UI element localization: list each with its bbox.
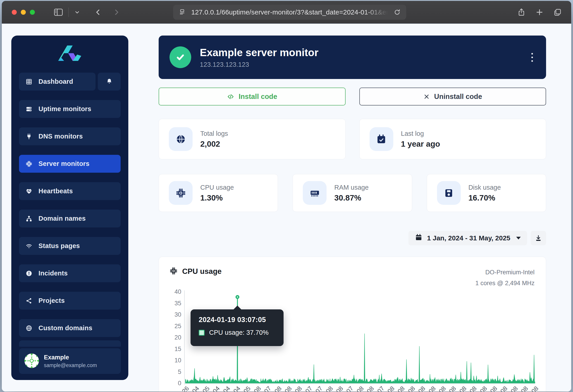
- disk-usage-icon: [437, 181, 461, 205]
- sidebar-item-hidden[interactable]: [19, 340, 121, 347]
- chart-tooltip: 2024-01-19 03:07:05 CPU usage: 37.70%: [191, 309, 284, 346]
- svg-text:30: 30: [175, 311, 181, 318]
- svg-text:20: 20: [175, 334, 181, 341]
- sidebar-item-label: Heartbeats: [38, 187, 73, 195]
- user-card[interactable]: Example sample@example.com: [19, 348, 121, 374]
- stat-value: 1.30%: [200, 193, 234, 202]
- svg-text:0: 0: [178, 380, 181, 387]
- browser-window: 127.0.0.1/66uptime/server-monitor/3?&sta…: [2, 1, 571, 392]
- stat-card-total-logs: Total logs 2,002: [159, 119, 346, 159]
- svg-text:10: 10: [175, 357, 181, 364]
- reload-icon[interactable]: [394, 9, 401, 16]
- stat-value: 16.70%: [468, 193, 501, 202]
- svg-text:5: 5: [178, 369, 181, 375]
- download-button[interactable]: [531, 231, 546, 245]
- kebab-menu-icon[interactable]: [529, 51, 535, 64]
- sidebar-item-dashboard[interactable]: Dashboard: [19, 73, 95, 90]
- date-range-picker[interactable]: 1 Jan, 2024 - 31 May, 2025: [409, 231, 527, 245]
- server-plan: DO-Premium-Intel: [475, 267, 535, 278]
- share-icon[interactable]: [517, 8, 525, 16]
- ram-usage-icon: [303, 181, 326, 205]
- stat-label: Last log: [401, 130, 440, 137]
- stat-card-ram-usage: RAM usage 30.87%: [293, 174, 412, 212]
- sidebar-item-label: Status pages: [38, 242, 80, 250]
- minimize-window-button[interactable]: [21, 10, 26, 15]
- svg-text:35: 35: [175, 300, 181, 307]
- server-icon: [25, 160, 33, 167]
- sidebar-item-label: DNS monitors: [38, 133, 83, 140]
- sidebar-item-heartbeats[interactable]: Heartbeats: [19, 182, 121, 200]
- tab-overview-icon[interactable]: [554, 8, 562, 16]
- series-swatch-icon: [199, 330, 205, 336]
- user-email: sample@example.com: [44, 362, 97, 369]
- sidebar-item-label: Incidents: [38, 269, 68, 277]
- app-logo-icon[interactable]: [11, 36, 128, 73]
- stat-label: RAM usage: [334, 184, 369, 191]
- stat-label: Total logs: [200, 130, 228, 137]
- stat-value: 1 year ago: [401, 139, 440, 148]
- bell-icon: [106, 78, 113, 86]
- svg-text:25: 25: [175, 323, 181, 330]
- stat-card-cpu-usage: CPU usage 1.30%: [159, 174, 278, 212]
- new-tab-icon[interactable]: [536, 8, 544, 16]
- sidebar-item-dns-monitors[interactable]: DNS monitors: [19, 127, 121, 145]
- sidebar-item-uptime-monitors[interactable]: Uptime monitors: [19, 100, 121, 118]
- caret-down-icon: [516, 237, 521, 239]
- sidebar-item-label: Server monitors: [38, 160, 90, 167]
- url-text[interactable]: 127.0.0.1/66uptime/server-monitor/3?&sta…: [191, 8, 388, 16]
- browser-titlebar: 127.0.0.1/66uptime/server-monitor/3?&sta…: [2, 1, 571, 23]
- close-window-button[interactable]: [12, 10, 17, 15]
- sidebar-item-projects[interactable]: Projects: [19, 292, 121, 310]
- stat-label: Disk usage: [468, 184, 501, 191]
- domain-icon: [25, 215, 33, 222]
- date-range-text: 1 Jan, 2024 - 31 May, 2025: [427, 234, 510, 242]
- status-ok-icon: [169, 46, 191, 68]
- tooltip-datetime: 2024-01-19 03:07:05: [191, 309, 284, 324]
- chevron-down-icon[interactable]: [74, 9, 80, 15]
- incident-icon: [25, 270, 33, 277]
- user-name: Example: [44, 354, 97, 361]
- monitor-ip: 123.123.123.123: [200, 61, 318, 68]
- notifications-button[interactable]: [98, 73, 121, 90]
- uptime-icon: [25, 106, 33, 112]
- back-button[interactable]: [94, 8, 102, 16]
- last-log-icon: [370, 127, 393, 151]
- globe-icon: [25, 325, 33, 332]
- sidebar-item-label: Projects: [38, 297, 65, 304]
- sidebar-nav: DashboardUptime monitorsDNS monitorsServ…: [11, 73, 128, 337]
- monitor-header-card: Example server monitor 123.123.123.123: [159, 36, 546, 79]
- server-cores: 1 cores @ 2,494 MHz: [475, 278, 535, 288]
- sidebar-item-status-pages[interactable]: Status pages: [19, 237, 121, 255]
- zoom-window-button[interactable]: [30, 10, 35, 15]
- sidebar-item-custom-domains[interactable]: Custom domains: [19, 319, 121, 337]
- sidebar-item-incidents[interactable]: Incidents: [19, 264, 121, 282]
- forward-button[interactable]: [113, 8, 120, 16]
- stat-card-disk-usage: Disk usage 16.70%: [427, 174, 546, 212]
- cpu-chip-icon: [169, 267, 178, 276]
- total-logs-icon: [169, 127, 193, 151]
- heartbeat-icon: [25, 188, 33, 195]
- status-icon: [25, 243, 33, 249]
- dns-icon: [25, 133, 33, 140]
- sidebar-item-label: Uptime monitors: [38, 105, 91, 113]
- uninstall-code-button[interactable]: Uninstall code: [359, 88, 546, 106]
- install-code-button[interactable]: Install code: [159, 88, 346, 106]
- sidebar-item-label: Dashboard: [38, 78, 73, 85]
- tooltip-value: CPU usage: 37.70%: [209, 329, 269, 336]
- stat-value: 30.87%: [334, 193, 369, 202]
- svg-text:15: 15: [175, 346, 181, 352]
- titlebar-divider: [68, 7, 69, 17]
- cpu-usage-chart-card: CPU usage DO-Premium-Intel 1 cores @ 2,4…: [159, 257, 546, 392]
- sidebar-item-domain-names[interactable]: Domain names: [19, 210, 121, 228]
- page-title: Example server monitor: [200, 46, 318, 59]
- url-bar[interactable]: 127.0.0.1/66uptime/server-monitor/3?&sta…: [173, 5, 406, 20]
- stat-label: CPU usage: [200, 184, 234, 191]
- avatar: [24, 354, 39, 369]
- sidebar-item-server-monitors[interactable]: Server monitors: [19, 155, 121, 173]
- page-settings-icon[interactable]: [179, 9, 186, 16]
- cpu-usage-icon: [169, 181, 193, 205]
- browser-sidebar-toggle-icon[interactable]: [54, 8, 63, 16]
- stat-value: 2,002: [200, 139, 228, 148]
- main-content: Example server monitor 123.123.123.123 I…: [159, 36, 546, 392]
- sidebar-item-label: Domain names: [38, 215, 86, 222]
